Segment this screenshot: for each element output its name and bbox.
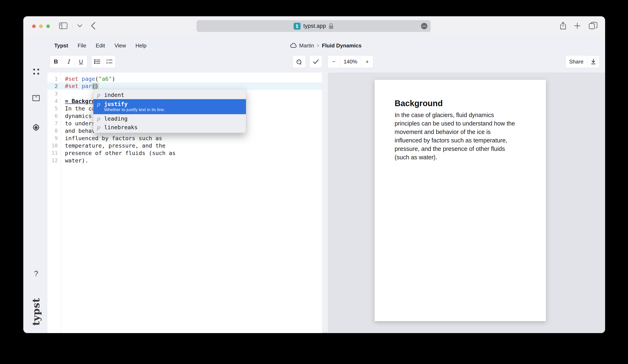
line-number: 5 — [47, 106, 58, 112]
share-button-group: Share — [565, 55, 600, 68]
menu-item-edit[interactable]: Edit — [96, 42, 105, 49]
screenshot-canvas: { "browser": { "url_text": "typst.app", … — [0, 0, 628, 364]
typst-favicon: t — [294, 23, 301, 30]
help-icon[interactable]: ? — [30, 269, 42, 278]
app-grid-icon[interactable] — [30, 69, 42, 74]
code-line-9[interactable]: 9influenced by factors such as — [47, 134, 322, 142]
line-number: 12 — [47, 157, 58, 163]
line-number: 6 — [47, 113, 58, 119]
breadcrumb-document: Fluid Dynamics — [322, 42, 361, 49]
code-line-1[interactable]: 1#set page("a6") — [47, 75, 322, 82]
pane-resize-divider[interactable] — [322, 73, 328, 333]
line-number: 4 — [47, 98, 58, 104]
bullet-list-icon — [94, 59, 100, 64]
preview-pane[interactable]: Background In the case of glaciers, flui… — [328, 73, 605, 333]
chrome-divider — [72, 22, 73, 29]
code-text: water). — [65, 157, 88, 164]
chevron-down-icon[interactable] — [75, 21, 84, 30]
browser-window: t typst.app TypstFileEditViewHelp Martin — [23, 16, 605, 333]
tab-overview-icon[interactable] — [588, 21, 599, 30]
code-line-12[interactable]: 12water). — [47, 157, 322, 164]
code-line-10[interactable]: 10temperature, pressure, and the — [47, 142, 322, 149]
download-icon — [591, 59, 596, 65]
traffic-light-maximize[interactable] — [46, 24, 50, 28]
autocomplete-item-indent[interactable]: pindent — [93, 90, 246, 99]
list-button-group: 1 2 — [91, 55, 116, 68]
code-text: #set par() — [65, 83, 98, 89]
traffic-light-minimize[interactable] — [39, 24, 43, 28]
italic-button[interactable]: I — [62, 56, 75, 68]
code-editor-pane[interactable]: 1#set page("a6")2#set par()34= Backgroun… — [47, 73, 322, 333]
svg-text:1: 1 — [106, 59, 108, 61]
format-button-group: B I U — [50, 55, 87, 68]
app-menubar: TypstFileEditViewHelp — [54, 40, 147, 51]
typst-app: TypstFileEditViewHelp Martin > Fluid Dyn… — [23, 35, 605, 333]
check-icon — [313, 59, 319, 64]
comment-button[interactable] — [293, 56, 306, 68]
traffic-light-close[interactable] — [32, 24, 36, 28]
line-number: 8 — [47, 128, 58, 134]
url-bar[interactable]: t typst.app — [196, 20, 431, 32]
underline-button[interactable]: U — [75, 56, 87, 68]
bold-button[interactable]: B — [50, 56, 62, 68]
files-tray-icon[interactable] — [30, 95, 42, 102]
share-page-icon[interactable] — [558, 21, 568, 30]
zoom-in-button[interactable]: + — [361, 56, 373, 68]
back-icon[interactable] — [88, 21, 98, 30]
line-number: 2 — [47, 83, 58, 89]
line-number: 1 — [47, 76, 58, 82]
browser-titlebar: t typst.app — [23, 16, 605, 35]
menu-item-help[interactable]: Help — [136, 42, 146, 49]
check-button[interactable] — [310, 56, 322, 68]
code-text: temperature, pressure, and the — [65, 143, 165, 149]
menu-item-file[interactable]: File — [78, 42, 86, 49]
comments-button-group — [292, 55, 306, 68]
code-text: influenced by factors such as — [65, 135, 162, 142]
settings-gear-icon[interactable] — [30, 124, 42, 132]
zoom-out-button[interactable]: − — [328, 56, 340, 68]
download-button[interactable] — [587, 56, 600, 68]
page-paragraph: In the case of glaciers, fluid dynamics … — [375, 108, 546, 162]
line-number: 7 — [47, 120, 58, 126]
breadcrumb[interactable]: Martin > Fluid Dynamics — [290, 40, 361, 51]
autocomplete-item-leading[interactable]: pleading — [93, 114, 246, 123]
zoom-level-value[interactable]: 140% — [340, 56, 361, 68]
typst-logo: typst — [29, 296, 44, 327]
text-caret — [95, 84, 95, 89]
autocomplete-item-description: Whether to justify text in its line. — [104, 107, 165, 112]
line-number: 3 — [47, 91, 58, 97]
page-heading: Background — [375, 80, 546, 108]
new-tab-plus-icon[interactable] — [572, 21, 582, 30]
comment-icon — [296, 59, 303, 65]
menu-item-typst[interactable]: Typst — [54, 42, 68, 49]
code-text: presence of other fluids (such as — [65, 150, 175, 156]
breadcrumb-workspace[interactable]: Martin — [299, 42, 314, 49]
menu-item-view[interactable]: View — [114, 42, 126, 49]
lock-icon — [329, 23, 334, 29]
autocomplete-item-justify[interactable]: pjustifyWhether to justify text in its l… — [93, 99, 246, 114]
autocomplete-item-linebreaks[interactable]: plinebreaks — [93, 123, 246, 132]
check-button-group — [309, 55, 322, 68]
line-number: 9 — [47, 135, 58, 141]
bullet-list-button[interactable] — [91, 56, 104, 68]
sidebar-toggle-icon[interactable] — [57, 21, 70, 30]
autocomplete-dropdown: pindentpjustifyWhether to justify text i… — [93, 89, 246, 133]
cloud-icon — [290, 43, 297, 48]
breadcrumb-separator: > — [316, 43, 319, 48]
zoom-control-group: − 140% + — [327, 55, 373, 68]
numbered-list-button[interactable]: 1 2 — [104, 56, 116, 68]
share-button[interactable]: Share — [565, 56, 587, 68]
document-page: Background In the case of glaciers, flui… — [375, 80, 546, 321]
code-line-2[interactable]: 2#set par() — [47, 82, 322, 90]
numbered-list-icon: 1 2 — [106, 59, 113, 64]
code-text: #set page("a6") — [65, 76, 115, 82]
url-text: typst.app — [303, 23, 326, 29]
drag-handle-icon[interactable] — [323, 332, 327, 333]
page-settings-ellipsis-icon[interactable] — [421, 23, 427, 29]
code-line-11[interactable]: 11presence of other fluids (such as — [47, 149, 322, 157]
svg-text:2: 2 — [106, 62, 108, 64]
line-number: 10 — [47, 143, 58, 148]
line-number: 11 — [47, 150, 58, 156]
